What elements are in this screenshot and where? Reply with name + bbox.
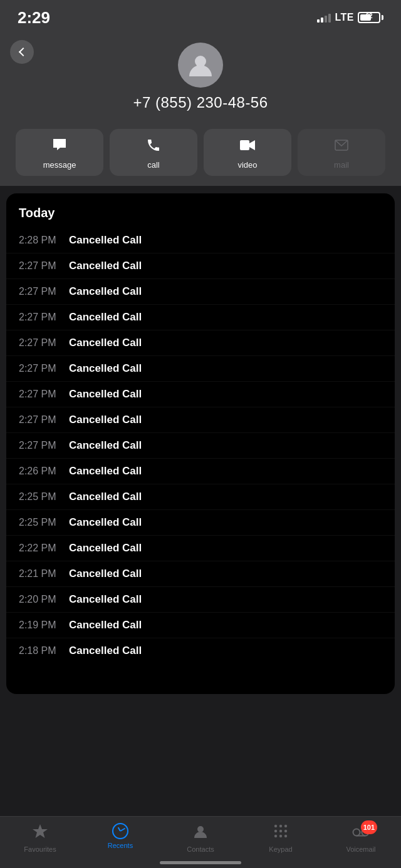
nav-voicemail[interactable]: 101 Voicemail (321, 823, 401, 853)
call-time: 2:21 PM (19, 568, 69, 580)
call-time: 2:27 PM (19, 312, 69, 323)
call-time: 2:27 PM (19, 414, 69, 426)
call-entry[interactable]: 2:25 PM Cancelled Call (6, 484, 395, 510)
call-label: Cancelled Call (69, 542, 142, 554)
call-label: Cancelled Call (69, 260, 142, 272)
svg-point-13 (279, 835, 282, 837)
call-label: Cancelled Call (69, 311, 142, 324)
battery-icon: 62 (358, 12, 383, 23)
phone-number: +7 (855) 230-48-56 (133, 94, 268, 111)
home-indicator (160, 861, 241, 864)
svg-point-15 (353, 829, 360, 836)
nav-favourites[interactable]: Favourites (0, 823, 80, 853)
svg-rect-1 (240, 140, 249, 150)
call-entry[interactable]: 2:19 PM Cancelled Call (6, 613, 395, 638)
call-entry[interactable]: 2:27 PM Cancelled Call (6, 330, 395, 356)
call-entry[interactable]: 2:27 PM Cancelled Call (6, 356, 395, 382)
keypad-icon (273, 823, 289, 843)
voicemail-label: Voicemail (346, 845, 375, 853)
video-button[interactable]: video (204, 129, 291, 176)
svg-marker-4 (33, 824, 48, 838)
call-entry[interactable]: 2:22 PM Cancelled Call (6, 536, 395, 561)
call-time: 2:27 PM (19, 337, 69, 349)
call-label: call (147, 160, 160, 170)
call-time: 2:22 PM (19, 543, 69, 554)
call-entry[interactable]: 2:27 PM Cancelled Call (6, 305, 395, 330)
call-label: Cancelled Call (69, 234, 142, 247)
avatar (178, 43, 223, 88)
signal-icon (317, 13, 331, 23)
message-button[interactable]: message (16, 129, 103, 176)
keypad-label: Keypad (269, 845, 292, 853)
svg-point-5 (197, 826, 204, 832)
action-buttons: message call video mail (0, 124, 401, 186)
star-icon (32, 823, 48, 843)
nav-recents[interactable]: Recents (80, 823, 160, 853)
call-entry[interactable]: 2:28 PM Cancelled Call (6, 228, 395, 253)
nav-keypad[interactable]: Keypad (241, 823, 321, 853)
bottom-nav: Favourites Recents Contacts Keypad (0, 816, 401, 868)
svg-marker-2 (249, 140, 255, 150)
call-entry[interactable]: 2:27 PM Cancelled Call (6, 382, 395, 407)
voicemail-badge: 101 (361, 820, 377, 834)
call-label: Cancelled Call (69, 516, 142, 529)
message-label: message (43, 160, 76, 170)
contact-header: +7 (855) 230-48-56 (0, 33, 401, 124)
message-icon (52, 138, 67, 156)
call-time: 2:20 PM (19, 594, 69, 605)
call-entries-list: 2:28 PM Cancelled Call 2:27 PM Cancelled… (6, 228, 395, 663)
favourites-label: Favourites (24, 845, 56, 853)
call-entry[interactable]: 2:18 PM Cancelled Call (6, 638, 395, 663)
mail-icon (334, 138, 349, 156)
svg-point-8 (284, 825, 287, 827)
svg-point-12 (274, 835, 277, 837)
nav-contacts[interactable]: Contacts (160, 823, 241, 853)
call-icon (146, 138, 161, 156)
call-entry[interactable]: 2:27 PM Cancelled Call (6, 433, 395, 459)
call-time: 2:28 PM (19, 235, 69, 246)
contacts-label: Contacts (187, 845, 214, 853)
back-button[interactable] (10, 40, 34, 64)
lte-icon: LTE (335, 12, 354, 23)
call-entry[interactable]: 2:21 PM Cancelled Call (6, 561, 395, 587)
mail-button[interactable]: mail (298, 129, 385, 176)
call-entry[interactable]: 2:25 PM Cancelled Call (6, 510, 395, 536)
call-entry[interactable]: 2:26 PM Cancelled Call (6, 459, 395, 484)
call-entry[interactable]: 2:27 PM Cancelled Call (6, 279, 395, 305)
svg-point-11 (284, 830, 287, 832)
call-button[interactable]: call (110, 129, 197, 176)
video-label: video (237, 160, 257, 170)
status-bar: 2:29 LTE 62 (0, 0, 401, 33)
call-time: 2:19 PM (19, 620, 69, 631)
call-time: 2:27 PM (19, 260, 69, 272)
call-label: Cancelled Call (69, 645, 142, 657)
call-label: Cancelled Call (69, 593, 142, 606)
person-icon (187, 51, 214, 79)
call-label: Cancelled Call (69, 568, 142, 580)
call-label: Cancelled Call (69, 619, 142, 631)
svg-point-7 (279, 825, 282, 827)
svg-point-6 (274, 825, 277, 827)
call-time: 2:25 PM (19, 491, 69, 503)
call-time: 2:27 PM (19, 389, 69, 400)
call-label: Cancelled Call (69, 388, 142, 401)
call-entry[interactable]: 2:27 PM Cancelled Call (6, 253, 395, 279)
call-time: 2:26 PM (19, 466, 69, 477)
call-time: 2:27 PM (19, 440, 69, 451)
svg-point-9 (274, 830, 277, 832)
svg-point-10 (279, 830, 282, 832)
call-label: Cancelled Call (69, 439, 142, 452)
call-time: 2:18 PM (19, 645, 69, 656)
mail-label: mail (334, 160, 349, 170)
call-label: Cancelled Call (69, 491, 142, 503)
call-label: Cancelled Call (69, 414, 142, 426)
call-time: 2:27 PM (19, 363, 69, 374)
status-icons: LTE 62 (317, 12, 383, 23)
contacts-icon (192, 823, 209, 843)
section-title: Today (6, 206, 395, 228)
call-time: 2:25 PM (19, 517, 69, 528)
clock-icon (112, 823, 128, 839)
video-icon (239, 138, 256, 156)
call-entry[interactable]: 2:27 PM Cancelled Call (6, 407, 395, 433)
call-entry[interactable]: 2:20 PM Cancelled Call (6, 587, 395, 613)
